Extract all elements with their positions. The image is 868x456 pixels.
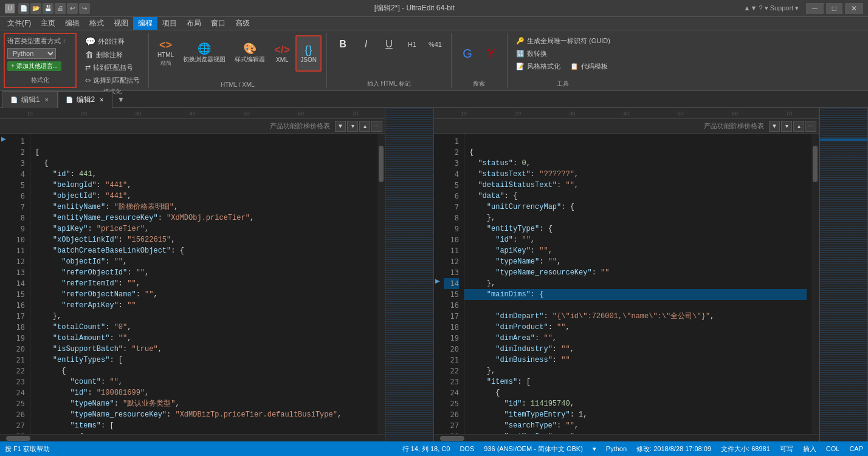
comment-icon: 💬 xyxy=(85,36,95,46)
right-header-title: 产品功能阶梯价格表 xyxy=(436,121,768,131)
right-ruler-numbers: 102030 40506070 xyxy=(436,111,816,117)
file-icon-1: 📄 xyxy=(10,97,18,103)
select-match-button[interactable]: ⇔ 选择到匹配括号 xyxy=(81,75,143,86)
left-header-down[interactable]: ▾ xyxy=(347,121,358,132)
menu-window[interactable]: 窗口 xyxy=(206,17,230,30)
right-header-down[interactable]: ▾ xyxy=(781,121,792,132)
close-button[interactable]: ✕ xyxy=(845,3,863,14)
percent-button[interactable]: %41 xyxy=(424,35,446,53)
html-button[interactable]: <> HTML 精简 xyxy=(154,35,177,72)
bold-button[interactable]: B xyxy=(332,35,354,53)
style-editor-button[interactable]: 🎨 样式编辑器 xyxy=(231,35,269,72)
format-icon: 📝 xyxy=(516,63,525,70)
dos-text: DOS xyxy=(460,445,474,452)
convert-button[interactable]: 🔢 数转换 xyxy=(512,48,551,60)
right-header-menu[interactable]: ⋯ xyxy=(805,121,816,132)
redo-icon[interactable]: ↪ xyxy=(79,3,90,14)
search-altavista-button[interactable]: Y xyxy=(480,35,502,72)
ribbon-tools-group: 🔑 生成全局唯一标识符 (GUID) 🔢 数转换 📝 风格格式化 📋 代码模板 … xyxy=(510,33,619,88)
menu-edit[interactable]: 编辑 xyxy=(60,17,84,30)
language-select[interactable]: Python JavaScript JSON xyxy=(7,48,56,59)
browser-preview-button[interactable]: 🌐 初换浏览器视图 xyxy=(179,35,229,72)
open-icon[interactable]: 📂 xyxy=(30,3,41,14)
left-minimap xyxy=(385,108,434,441)
menu-format[interactable]: 格式 xyxy=(84,17,109,30)
ribbon-search-group: G Y 搜索 xyxy=(454,33,508,88)
left-scroll-thumb-v[interactable] xyxy=(379,146,384,182)
h1-button[interactable]: H1 xyxy=(401,35,423,53)
menu-advanced[interactable]: 高级 xyxy=(230,17,255,30)
browser-icon: 🌐 xyxy=(198,43,211,54)
htmlxml-group-label: HTML / XML xyxy=(221,81,255,88)
undo-icon[interactable]: ↩ xyxy=(67,3,78,14)
left-scrollbar-v[interactable] xyxy=(377,134,385,434)
menu-file[interactable]: 文件(F) xyxy=(2,17,36,30)
lang-type-label: 语言类型查看方式： xyxy=(7,36,67,46)
tab-close-2[interactable]: × xyxy=(98,97,105,103)
right-header-up[interactable]: ▴ xyxy=(793,121,804,132)
language-status: Python xyxy=(606,445,627,452)
file-icon-2: 📄 xyxy=(66,97,73,103)
left-ruler-numbers: 102030 40506070 xyxy=(2,111,382,117)
left-header-menu[interactable]: ⋯ xyxy=(371,121,382,132)
tab-editor1[interactable]: 📄 编辑1 × xyxy=(2,91,58,108)
right-scroll-thumb-h[interactable] xyxy=(440,436,464,441)
left-scrollbar-h-container xyxy=(0,434,385,441)
tab-dropdown-arrow[interactable]: ▼ xyxy=(112,94,129,105)
underline-button[interactable]: U xyxy=(378,35,400,53)
maximize-button[interactable]: □ xyxy=(826,3,842,14)
ribbon: 语言类型查看方式： Python JavaScript JSON + 添加其他语… xyxy=(0,30,868,91)
italic-button[interactable]: I xyxy=(355,35,377,53)
ins-text: 插入 xyxy=(803,444,816,454)
right-code-area[interactable]: ▶ 12345 678910 1112131415 1617181920 212… xyxy=(434,134,811,434)
filesize-text: 文件大小: 68981 xyxy=(721,444,770,454)
delete-comment-button[interactable]: 🗑 删除注释 xyxy=(81,49,126,61)
left-code-content[interactable]: [ { "id": 441, "belongId": "441", "objec… xyxy=(30,134,377,434)
right-header-dropdown[interactable]: ▼ xyxy=(769,121,780,132)
xml-button[interactable]: </> XML xyxy=(270,35,294,72)
select-match-icon: ⇔ xyxy=(85,77,91,84)
print-icon[interactable]: 🖨 xyxy=(55,3,66,14)
right-scrollbar-v[interactable] xyxy=(811,134,819,434)
right-gutter: ▶ xyxy=(434,134,441,434)
minimize-button[interactable]: ─ xyxy=(806,3,824,14)
right-code-content[interactable]: { "status": 0, "statusText": "??????", "… xyxy=(464,134,811,434)
outer-comment-button[interactable]: 💬 外部注释 xyxy=(81,35,128,47)
new-icon[interactable]: 📄 xyxy=(18,3,29,14)
left-header-up[interactable]: ▴ xyxy=(359,121,370,132)
goto-match-icon: ⇄ xyxy=(85,64,91,72)
search-google-button[interactable]: G xyxy=(456,35,478,72)
left-editor-inner: ▶ 12345 678910 1112131415 1617181920 212… xyxy=(0,134,385,434)
format-style-button[interactable]: 📝 风格格式化 xyxy=(512,61,564,72)
left-gutter: ▶ xyxy=(0,134,7,434)
tools-group-label: 工具 xyxy=(557,80,569,88)
left-code-area[interactable]: ▶ 12345 678910 1112131415 1617181920 212… xyxy=(0,134,377,434)
save-icon[interactable]: 💾 xyxy=(43,3,53,14)
right-editor-inner: ▶ 12345 678910 1112131415 1617181920 212… xyxy=(434,134,819,434)
code-template-button[interactable]: 📋 代码模板 xyxy=(567,61,611,72)
goto-match-button[interactable]: ⇄ 转到匹配括号 xyxy=(81,62,137,73)
right-scroll-thumb-v[interactable] xyxy=(813,146,818,182)
right-scrollbar-h-container xyxy=(434,434,819,441)
altavista-icon: Y xyxy=(487,47,495,60)
tab-bar: 📄 编辑1 × 📄 编辑2 × ▼ xyxy=(0,91,868,108)
tab-editor2[interactable]: 📄 编辑2 × xyxy=(58,91,113,108)
add-language-button[interactable]: + 添加其他语言... xyxy=(7,61,61,71)
left-ruler: 102030 40506070 xyxy=(0,108,385,119)
menu-code[interactable]: 编程 xyxy=(133,17,157,30)
search-icon: G xyxy=(463,47,472,60)
encoding-dropdown[interactable]: ▾ xyxy=(593,445,596,453)
right-line-numbers: 12345 678910 1112131415 1617181920 21222… xyxy=(441,134,464,434)
menu-home[interactable]: 主页 xyxy=(36,17,60,30)
guid-button[interactable]: 🔑 生成全局唯一标识符 (GUID) xyxy=(512,35,614,47)
support-btn[interactable]: ▲▼ ? ▾ Support ▾ xyxy=(739,3,804,14)
right-editor-header: 产品功能阶梯价格表 ▼ ▾ ▴ ⋯ xyxy=(434,119,819,134)
menu-project[interactable]: 项目 xyxy=(157,17,182,30)
left-scroll-thumb-h[interactable] xyxy=(6,436,30,441)
tab-close-1[interactable]: × xyxy=(44,97,50,103)
menu-layout[interactable]: 布局 xyxy=(182,17,206,30)
menu-view[interactable]: 视图 xyxy=(109,17,133,30)
right-ruler: 102030 40506070 xyxy=(434,108,819,119)
left-header-dropdown[interactable]: ▼ xyxy=(335,121,346,132)
json-button[interactable]: {} JSON xyxy=(295,35,322,72)
